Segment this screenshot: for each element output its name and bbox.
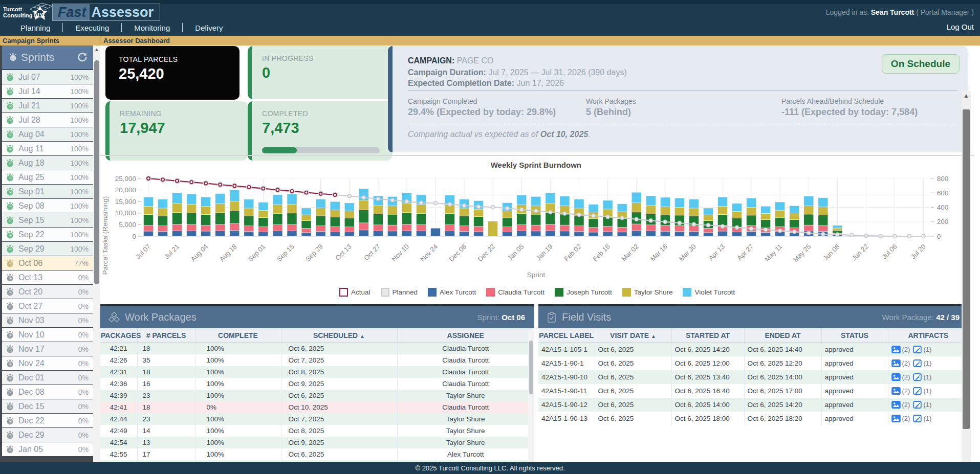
sprint-item-nov-10[interactable]: Nov 10 0% — [2, 328, 93, 342]
work-package-row[interactable]: 42:49 14 100% Oct 8, 2025 Taylor Shure — [100, 425, 534, 437]
image-icon[interactable] — [891, 387, 901, 395]
sprint-item-sep-01[interactable]: Sep 01 100% — [2, 185, 93, 198]
sprint-item-oct-13[interactable]: Oct 13 0% — [2, 270, 93, 284]
edit-icon[interactable] — [913, 359, 922, 367]
work-package-row[interactable]: 42:41 18 0% Oct 10, 2025 Claudia Turcott — [100, 401, 534, 413]
sprint-item-jul-14[interactable]: Jul 14 100% — [2, 84, 93, 98]
sprint-item-oct-06[interactable]: Oct 06 77% — [2, 256, 93, 270]
work-package-row[interactable]: 42:55 17 100% Oct 6, 2025 Alex Turcott — [100, 448, 534, 460]
image-icon[interactable] — [891, 415, 901, 422]
sprint-item-dec-08[interactable]: Dec 08 0% — [2, 385, 93, 399]
field-visit-row[interactable]: 42A15-1-90-10 Oct 6, 2025 Oct 6, 2025 13… — [538, 370, 969, 384]
edit-icon[interactable] — [913, 415, 922, 422]
column-header-status[interactable]: STATUS — [821, 328, 888, 343]
sprint-item-dec-22[interactable]: Dec 22 0% — [2, 414, 93, 427]
nav-tab-monitoring[interactable]: Monitoring — [122, 24, 182, 32]
sprint-item-nov-17[interactable]: Nov 17 0% — [2, 342, 93, 356]
nav-tab-executing[interactable]: Executing — [63, 24, 121, 32]
sprint-item-oct-20[interactable]: Oct 20 0% — [2, 285, 93, 299]
stopwatch-icon — [6, 288, 14, 296]
sprint-item-dec-15[interactable]: Dec 15 0% — [2, 399, 93, 413]
column-header-started-at[interactable]: STARTED AT — [671, 328, 744, 343]
field-visit-row[interactable]: 42A15-1-105-1 Oct 6, 2025 Oct 6, 2025 14… — [538, 343, 969, 357]
wp-assignee: Claudia Turcott — [397, 378, 534, 390]
column-header-complete[interactable]: COMPLETE — [195, 328, 281, 343]
work-packages-scrollbar[interactable] — [528, 330, 534, 472]
edit-icon[interactable] — [913, 401, 922, 409]
refresh-icon[interactable] — [77, 52, 88, 63]
column-header--parcels[interactable]: # PARCELS — [137, 328, 195, 343]
column-header-parcel-label[interactable]: PARCEL LABEL — [538, 328, 595, 343]
work-package-row[interactable]: 42:31 18 100% Oct 8, 2025 Claudia Turcot… — [100, 366, 534, 378]
main-scrollbar[interactable]: ▲ — [962, 91, 971, 474]
work-packages-context: Sprint: Oct 06 — [477, 313, 525, 322]
field-visit-row[interactable]: 42A15-1-90-1 Oct 6, 2025 Oct 6, 2025 12:… — [538, 356, 969, 370]
sprint-item-jul-07[interactable]: Jul 07 100% — [2, 70, 93, 84]
sprint-item-sep-08[interactable]: Sep 08 100% — [2, 199, 93, 213]
edit-icon[interactable] — [913, 346, 922, 353]
scrollbar-thumb[interactable] — [963, 109, 970, 429]
column-header-scheduled[interactable]: SCHEDULED ▲ — [281, 328, 397, 343]
wp-parcels: 17 — [137, 448, 195, 460]
stat-parcels-schedule-label: Parcels Ahead/Behind Schedule — [781, 97, 884, 105]
work-package-row[interactable]: 42:21 18 100% Oct 6, 2025 Claudia Turcot… — [100, 343, 534, 355]
wp-scheduled: Oct 7, 2025 — [281, 354, 397, 366]
scrollbar-thumb[interactable] — [94, 60, 99, 284]
sprint-item-jul-28[interactable]: Jul 28 100% — [2, 113, 93, 127]
sprint-item-jan-05[interactable]: Jan 05 0% — [2, 442, 93, 456]
svg-text:5,000: 5,000 — [119, 221, 136, 229]
image-icon[interactable] — [891, 373, 901, 381]
scroll-up-icon[interactable]: ▲ — [93, 47, 100, 52]
work-package-row[interactable]: 42:36 16 100% Oct 9, 2025 Claudia Turcot… — [100, 378, 534, 390]
edit-icon[interactable] — [913, 387, 922, 395]
sprint-item-oct-27[interactable]: Oct 27 0% — [2, 299, 93, 313]
work-package-row[interactable]: 42:54 13 100% Oct 9, 2025 Taylor Shure — [100, 437, 534, 448]
field-visit-row[interactable]: 42A15-1-90-11 Oct 6, 2025 Oct 6, 2025 16… — [538, 384, 969, 398]
sprint-item-sep-15[interactable]: Sep 15 100% — [2, 213, 93, 227]
sprint-date: Jul 28 — [18, 116, 70, 125]
svg-text:Jul 06: Jul 06 — [881, 243, 899, 261]
wp-scheduled: Oct 8, 2025 — [281, 366, 397, 378]
sprint-item-nov-24[interactable]: Nov 24 0% — [2, 356, 93, 370]
image-icon[interactable] — [891, 401, 901, 409]
nav-tab-delivery[interactable]: Delivery — [183, 24, 235, 32]
stat-parcels-schedule-value: -111 (Expected by today: 7,584) — [781, 107, 918, 118]
column-header-artifacts[interactable]: ARTIFACTS — [888, 328, 969, 343]
sprint-date: Nov 03 — [18, 316, 78, 325]
sprint-item-sep-29[interactable]: Sep 29 100% — [2, 242, 93, 256]
sidebar-scrollbar[interactable]: ▲ — [93, 46, 100, 462]
sprint-item-aug-11[interactable]: Aug 11 100% — [2, 142, 93, 155]
column-header-assignee[interactable]: ASSIGNEE — [397, 328, 534, 343]
sprint-item-aug-18[interactable]: Aug 18 100% — [2, 156, 93, 170]
sprint-item-aug-25[interactable]: Aug 25 100% — [2, 170, 93, 184]
svg-text:Jul 21: Jul 21 — [163, 243, 181, 261]
logout-link[interactable]: Log Out — [947, 22, 974, 31]
sprint-item-dec-01[interactable]: Dec 01 0% — [2, 371, 93, 385]
column-header-visit-date[interactable]: VISIT DATE ▲ — [595, 328, 671, 343]
column-header-ended-at[interactable]: ENDED AT — [744, 328, 821, 343]
work-package-row[interactable]: 42:39 23 100% Oct 6, 2025 Taylor Shure — [100, 390, 534, 401]
svg-text:200: 200 — [937, 218, 949, 225]
work-package-row[interactable]: 42:26 35 100% Oct 7, 2025 Claudia Turcot… — [100, 354, 534, 366]
wp-package: 42:44 — [100, 413, 137, 425]
sprint-item-nov-03[interactable]: Nov 03 0% — [2, 313, 93, 327]
work-packages-title: Work Packages — [125, 311, 477, 323]
column-header-packages[interactable]: PACKAGES — [100, 328, 137, 343]
image-icon[interactable] — [891, 346, 901, 353]
field-visit-row[interactable]: 42A15-1-90-12 Oct 6, 2025 Oct 6, 2025 14… — [538, 398, 969, 412]
svg-text:Oct 27: Oct 27 — [362, 243, 382, 262]
sprint-item-aug-04[interactable]: Aug 04 100% — [2, 127, 93, 141]
svg-text:Sep 15: Sep 15 — [275, 243, 296, 263]
scroll-up-icon[interactable]: ▲ — [962, 92, 971, 99]
edit-icon[interactable] — [913, 373, 922, 381]
sprint-item-dec-29[interactable]: Dec 29 0% — [2, 428, 93, 442]
sprint-item-sep-22[interactable]: Sep 22 100% — [2, 228, 93, 241]
divider — [408, 90, 957, 91]
field-visit-row[interactable]: 42A15-1-90-13 Oct 6, 2025 Oct 6, 2025 18… — [538, 412, 969, 425]
image-icon[interactable] — [891, 359, 901, 367]
sprint-percent: 0% — [78, 445, 89, 454]
campaign-label: CAMPAIGN: — [408, 56, 454, 65]
work-package-row[interactable]: 42:44 23 100% Oct 7, 2025 Taylor Shure — [100, 413, 534, 425]
sprint-item-jul-21[interactable]: Jul 21 100% — [2, 99, 93, 112]
stopwatch-icon — [6, 431, 14, 439]
